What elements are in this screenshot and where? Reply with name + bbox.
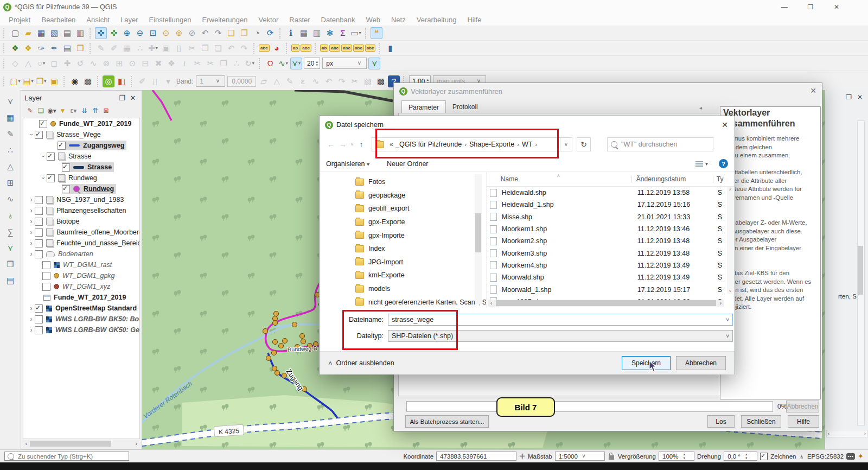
help-button[interactable]: Hilfe (788, 415, 819, 428)
layer-checkbox[interactable] (58, 142, 66, 150)
menu-ansicht[interactable]: Ansicht (81, 14, 115, 26)
add-ring-icon[interactable]: ⊚ (100, 58, 112, 69)
folder-item[interactable]: JPG-Import (320, 256, 486, 269)
attribute-table-icon[interactable]: ▦ (298, 27, 310, 39)
back-icon[interactable]: ← (325, 140, 337, 149)
delete-part-icon[interactable]: ✖ (152, 58, 164, 69)
expander-icon[interactable]: › (28, 228, 35, 236)
raster-dropdown-icon[interactable]: ▾ (162, 75, 174, 87)
filter-legend-icon[interactable]: ▼ (58, 106, 67, 116)
scroll-left-icon[interactable]: ◂ (699, 105, 702, 111)
tracing-icon[interactable]: ⋎▾ (290, 58, 302, 69)
snap-unit-combo[interactable]: px˅ (322, 58, 367, 69)
extents-icon[interactable]: ✛ (519, 452, 525, 460)
layer-item-baumfreie-offene-moorbere[interactable]: ›Baumfreie_offene_Moorbere (23, 227, 139, 238)
select-features-icon[interactable]: ▢▾ (9, 75, 21, 87)
current-edits-icon[interactable]: ✎ (95, 42, 107, 54)
layer-item-openstreetmap-standard[interactable]: ›OpenStreetMap Standard (23, 303, 139, 314)
vertex-panel-icon[interactable]: ∴ (4, 144, 16, 156)
menu-netz[interactable]: Netz (386, 14, 411, 26)
layer-checkbox[interactable] (35, 131, 43, 139)
open-project-icon[interactable]: ▰ (22, 27, 34, 39)
layer-checkbox[interactable] (35, 228, 43, 237)
menu-einstellungen[interactable]: Einstellungen (144, 14, 197, 26)
menu-hilfe[interactable]: Hilfe (462, 14, 487, 26)
layer-checkbox[interactable] (47, 174, 55, 182)
refresh-map-icon[interactable]: ⟳ (264, 27, 276, 39)
measure-icon[interactable]: ▭▾ (350, 27, 362, 39)
layer-item-strasse[interactable]: Strasse (23, 162, 139, 173)
snap-tolerance-spinner[interactable]: 20▲▼ (304, 58, 320, 69)
column-header-name[interactable]: ˄Name (487, 175, 632, 183)
add-part-icon[interactable]: ⊞ (113, 58, 125, 69)
filter-expression-icon[interactable]: ε▾ (69, 106, 78, 116)
folder-item[interactable]: geopackage (320, 189, 486, 202)
menu-raster[interactable]: Raster (284, 14, 315, 26)
folder-list-vscrollbar[interactable] (475, 174, 482, 304)
close-panel-icon[interactable]: ✕ (127, 94, 138, 102)
cancel-button[interactable]: Abbrechen (676, 356, 726, 370)
layer-checkbox[interactable] (62, 163, 70, 172)
vertex-tool-icon[interactable]: ✚▾ (147, 42, 159, 54)
expander-icon[interactable]: › (28, 239, 35, 247)
map-tips-icon[interactable]: ❝ (371, 27, 382, 39)
layer-diagram-icon[interactable]: ◕ (271, 42, 283, 54)
file-item[interactable]: Moorwald.shp11.12.2019 13:49S (487, 271, 735, 283)
split-features-icon[interactable]: ✂ (192, 58, 203, 69)
layers-panel-icon[interactable]: ❒ (4, 258, 16, 270)
scale-select[interactable]: 1:5000˅ (555, 452, 605, 461)
folder-item[interactable]: Fotos (320, 175, 486, 189)
map-swipe-icon[interactable]: ◧ (116, 75, 127, 87)
advanced-digitizing-icon[interactable]: ⋎ (4, 96, 16, 107)
save-project-icon[interactable]: ▦ (35, 27, 47, 39)
remove-layer-icon[interactable]: ⊠ (101, 106, 111, 116)
snapping-magnet-icon[interactable]: Ω (264, 58, 276, 69)
change-label-icon[interactable]: abc (365, 45, 376, 52)
layer-checkbox[interactable] (35, 326, 43, 334)
layer-checkbox[interactable] (42, 283, 50, 291)
layer-checkbox[interactable] (35, 315, 43, 323)
file-item[interactable]: Moorkern2.shp11.12.2019 13:48S (487, 235, 735, 247)
batch-process-button[interactable]: Als Batchprozess starten... (405, 415, 489, 428)
menu-layer[interactable]: Layer (115, 14, 144, 26)
new-shapefile-layer-icon[interactable]: ❖ (22, 42, 34, 54)
copy-features-icon[interactable]: ❐ (199, 42, 211, 54)
new-map-view-icon[interactable]: ❏ (225, 27, 237, 39)
new-print-layout-icon[interactable]: ▤ (61, 27, 73, 39)
move-label-icon[interactable]: ab (320, 45, 328, 52)
select-by-form-icon[interactable]: ▤▾ (22, 75, 34, 87)
messages-icon[interactable]: ••• (846, 453, 855, 460)
layer-checkbox[interactable] (35, 304, 43, 313)
file-item[interactable]: Moorkern3.shp11.12.2019 13:48S (487, 247, 735, 259)
osm-place-search-icon[interactable]: ◎ (103, 75, 114, 87)
file-list-hscrollbar[interactable]: ‹› (488, 300, 724, 307)
close-icon[interactable]: ✕ (810, 86, 816, 95)
folder-item[interactable]: nicht georeferenzierte Karten, Scans, S (320, 295, 486, 308)
statistics-panel-icon[interactable]: ∑ (4, 226, 16, 238)
raster-draw-icon[interactable]: ▱ (258, 75, 270, 87)
stream-digitize-icon[interactable]: △ (22, 58, 34, 69)
layer-item-wms-lgrb-bw-bk50-bod[interactable]: ›WMS LGRB-BW BK50: Bod (23, 314, 139, 325)
zoom-to-selection-icon[interactable]: ⊙ (160, 27, 172, 39)
vertex-editor-icon[interactable]: ∴ (231, 58, 242, 69)
new-mesh-layer-icon[interactable]: ❒ (74, 42, 86, 54)
float-panel-icon[interactable]: ❐ (846, 93, 852, 101)
simplify-feature-icon[interactable]: ∿ (87, 58, 99, 69)
expander-icon[interactable]: › (28, 207, 35, 214)
layer-item-wt-dgm1-xyz[interactable]: WT_DGM1_xyz (23, 281, 139, 292)
recent-locations-icon[interactable]: ˅ (349, 142, 355, 147)
lock-icon[interactable] (609, 455, 614, 460)
highlight-pinned-labels-icon[interactable]: abc (301, 45, 311, 52)
undo-icon[interactable]: ↶ (225, 42, 237, 54)
float-panel-icon[interactable]: ❐ (117, 94, 127, 102)
enable-tracing-icon[interactable]: ⋎ (368, 58, 380, 69)
expander-icon[interactable]: › (28, 131, 35, 138)
close-icon[interactable]: ✕ (722, 120, 728, 129)
address-dropdown-icon[interactable]: ˅ (560, 137, 572, 151)
raster-redo-icon[interactable]: ↷ (336, 75, 348, 87)
table-panel-icon[interactable]: ▤ (4, 275, 16, 287)
view-mode-dropdown-icon[interactable]: ▾ (705, 161, 711, 167)
digitize-with-segment-icon[interactable]: ◇ (9, 58, 21, 69)
refresh-icon[interactable]: ↻ (577, 137, 591, 151)
column-header-date[interactable]: Änderungsdatum (632, 175, 713, 183)
